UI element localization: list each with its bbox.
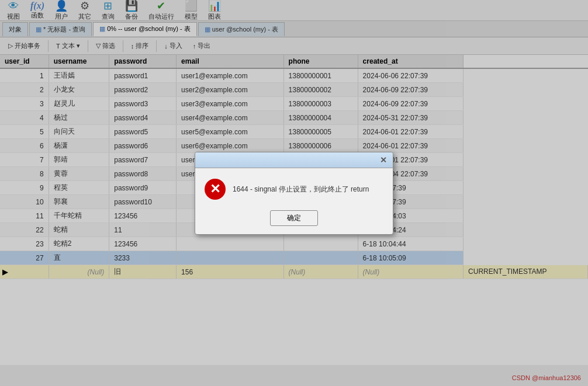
dialog-body: ✕ 1644 - singnal 停止设置，到此终止了 return xyxy=(195,168,393,206)
dialog-close-button[interactable]: ✕ xyxy=(380,155,387,165)
error-icon: ✕ xyxy=(205,179,226,200)
dialog-overlay: ✕ ✕ 1644 - singnal 停止设置，到此终止了 return 确定 xyxy=(0,0,588,365)
error-dialog: ✕ ✕ 1644 - singnal 停止设置，到此终止了 return 确定 xyxy=(195,152,393,235)
dialog-footer: 确定 xyxy=(195,206,393,234)
dialog-titlebar: ✕ xyxy=(195,152,393,168)
dialog-message: 1644 - singnal 停止设置，到此终止了 return xyxy=(233,184,369,194)
dialog-ok-button[interactable]: 确定 xyxy=(270,210,318,226)
